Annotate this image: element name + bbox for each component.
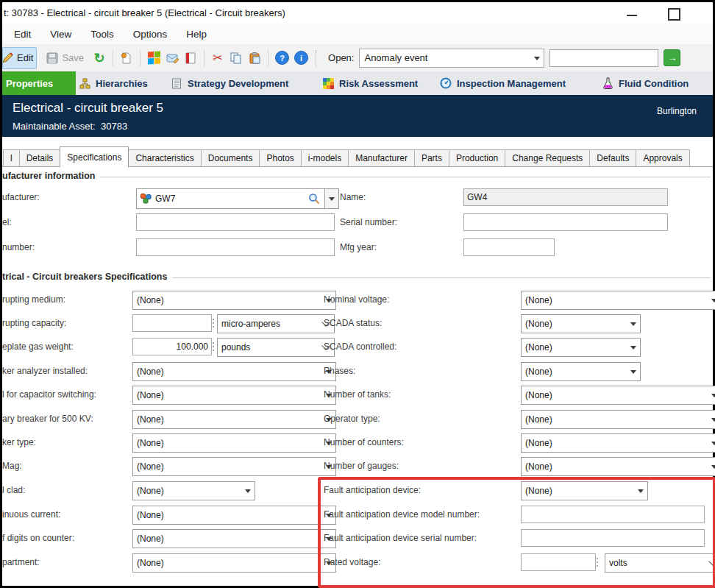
subtab-characteristics[interactable]: Characteristics [128,149,201,166]
subtab-manufacturer[interactable]: Manufacturer [348,149,415,166]
pencil-edit-icon [2,52,14,65]
number-input[interactable] [136,238,335,256]
spinner-dots[interactable] [211,339,216,355]
tab-strategy-development[interactable]: Strategy Development [170,71,288,95]
quick-open-input[interactable] [549,49,658,67]
subtab-approvals[interactable]: Approvals [636,149,689,166]
edit-button[interactable]: Edit [2,47,37,69]
info-icon[interactable]: i [294,51,308,65]
phases-select[interactable]: (None) [521,362,641,381]
tab-risk-assessment[interactable]: Risk Assessment [321,71,418,95]
highlight-annotation-box [318,477,715,588]
gauge-icon [439,77,452,90]
subtab-photos[interactable]: Photos [259,149,301,166]
subtab-specifications[interactable]: Specifications [60,146,129,167]
interrupting-capacity-input[interactable] [132,314,212,332]
module-tab-bar: Properties Hierarchies Strategy Developm… [2,71,713,96]
scada-status-select[interactable]: (None) [521,314,641,333]
spec-row: rupting medium: (None) Nominal voltage: … [0,291,715,311]
search-icon[interactable] [307,192,321,205]
nameplate-gas-weight-unit-select[interactable]: pounds [217,338,335,357]
breaker-type-select[interactable]: (None) [132,433,336,453]
metal-clad-select[interactable]: (None) [132,481,255,500]
subtab-defaults[interactable]: Defaults [589,149,636,166]
manufacturer-label: ufacturer: [2,192,40,202]
scada-controlled-select[interactable]: (None) [521,338,641,357]
menu-item-view[interactable]: View [50,29,71,40]
capacitor-switching-select[interactable]: (None) [132,386,336,405]
interrupting-capacity-unit-select[interactable]: micro-amperes [217,314,335,333]
spec-row: l for capacitor switching: (None) Number… [0,386,715,405]
caret-down-icon [630,322,636,326]
nameplate-gas-weight-label: eplate gas weight: [2,341,74,352]
spec-row: ker analyzer installed: (None) Phases: (… [0,362,715,382]
windows-logo-icon[interactable] [147,52,160,65]
scada-controlled-label: SCADA controlled: [324,341,396,352]
number-of-counters-select[interactable]: (None) [521,433,715,453]
subtab-production[interactable]: Production [449,149,505,166]
caret-down-icon [630,370,636,374]
breaker-analyzer-select[interactable]: (None) [132,362,336,381]
interrupting-capacity-label: rupting capacity: [2,318,66,328]
digits-on-counter-select[interactable]: (None) [132,529,336,548]
continuous-current-select[interactable]: (None) [132,506,336,525]
breaker-500kv-select[interactable]: (None) [132,410,336,429]
refresh-icon[interactable]: ↻ [93,52,106,65]
subtab-partial[interactable]: l [3,149,20,166]
open-label: Open: [328,52,354,63]
continuous-current-label: inuous current: [2,509,60,520]
caret-down-icon [245,489,251,493]
detail-tab-bar: l Details Specifications Characteristics… [2,137,713,167]
new-document-icon[interactable] [120,52,133,65]
open-type-select[interactable]: Anomaly event [359,49,544,68]
subtab-imodels[interactable]: i-models [301,149,349,166]
serial-number-label: Serial number: [340,217,397,227]
window-title: t: 30783 - Electrical - circuit breaker … [4,7,285,18]
breaker-type-label: ker type: [2,437,36,447]
cut-scissors-icon[interactable]: ✂ [211,52,224,65]
name-field[interactable] [463,188,668,206]
nominal-voltage-select[interactable]: (None) [521,291,715,310]
subtab-parts[interactable]: Parts [414,149,449,166]
mag-select[interactable]: (None) [132,457,336,476]
caret-down-icon [711,442,715,445]
nameplate-gas-weight-input[interactable] [132,338,212,355]
tab-fluid-condition[interactable]: Fluid Condition [601,71,689,95]
help-icon[interactable]: ? [275,51,289,65]
manufacturer-lookup[interactable]: GW7 [136,188,339,209]
number-of-tanks-select[interactable]: (None) [521,386,715,405]
menu-item-options[interactable]: Options [133,29,168,40]
tab-inspection-management[interactable]: Inspection Management [439,71,566,95]
operator-type-select[interactable]: (None) [521,410,715,429]
caret-down-icon[interactable] [324,189,338,208]
tab-hierarchies[interactable]: Hierarchies [78,71,148,95]
menu-item-help[interactable]: Help [186,29,207,40]
paste-clipboard-icon[interactable] [248,52,261,65]
serial-number-input[interactable] [463,213,668,231]
interrupting-medium-label: rupting medium: [2,294,65,305]
subtab-details[interactable]: Details [19,149,61,166]
subtab-change-requests[interactable]: Change Requests [505,149,590,166]
app-window: t: 30783 - Electrical - circuit breaker … [0,0,715,588]
subtab-documents[interactable]: Documents [201,149,260,166]
go-arrow-button[interactable]: → [664,49,680,66]
minimize-icon[interactable] [627,15,637,16]
compartment-select[interactable]: (None) [132,553,336,573]
maximize-icon[interactable] [668,8,680,21]
risk-mosaic-icon [321,77,335,90]
menu-item-edit[interactable]: Edit [14,29,31,40]
menu-item-tools[interactable]: Tools [90,29,114,40]
phases-label: Phases: [324,366,355,376]
digits-on-counter-label: f digits on counter: [2,533,74,543]
send-email-icon[interactable] [166,52,179,65]
mfg-year-input[interactable] [463,238,555,256]
model-input[interactable] [136,213,335,231]
copy-icon[interactable] [230,52,243,65]
document-icon [170,77,183,90]
red-document-icon[interactable] [184,52,197,65]
tab-properties[interactable]: Properties [2,71,76,95]
interrupting-medium-select[interactable]: (None) [132,291,336,310]
spinner-dots[interactable] [211,315,216,331]
save-button[interactable]: Save [42,49,88,67]
number-of-gauges-select[interactable]: (None) [521,457,715,476]
